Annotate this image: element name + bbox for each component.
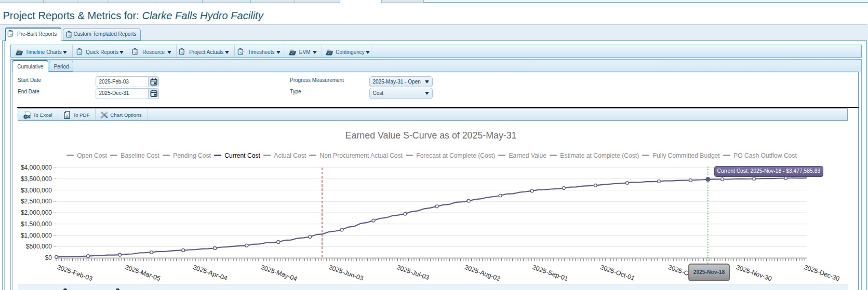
svg-text:2025-Oct-01: 2025-Oct-01	[599, 264, 636, 282]
svg-text:2025-Aug-02: 2025-Aug-02	[463, 264, 501, 283]
svg-text:$2,000,000: $2,000,000	[21, 209, 52, 216]
svg-text:2025-Mar-05: 2025-Mar-05	[124, 264, 162, 282]
svg-text:2025-Feb-03: 2025-Feb-03	[56, 264, 94, 282]
svg-text:2025-Nov-30: 2025-Nov-30	[735, 264, 772, 283]
svg-text:PDF: PDF	[65, 116, 70, 118]
svg-text:Earned Value S-Curve as of 202: Earned Value S-Curve as of 2025-May-31	[345, 130, 517, 141]
svg-text:2025-Apr-04: 2025-Apr-04	[192, 264, 229, 282]
svg-text:2025-Sep-01: 2025-Sep-01	[531, 264, 569, 283]
svg-text:$3,000,000: $3,000,000	[21, 187, 52, 194]
svg-text:$1,500,000: $1,500,000	[21, 220, 52, 228]
svg-text:2025-May-04: 2025-May-04	[260, 264, 298, 283]
svg-text:$0: $0	[45, 254, 52, 261]
svg-text:2025-Jul-03: 2025-Jul-03	[396, 264, 431, 282]
svg-text:$3,500,000: $3,500,000	[21, 175, 52, 183]
svg-text:$4,000,000: $4,000,000	[21, 164, 52, 171]
svg-text:$500,000: $500,000	[26, 243, 52, 250]
svg-text:2025-Jun-03: 2025-Jun-03	[328, 264, 364, 282]
svg-text:$2,500,000: $2,500,000	[21, 198, 52, 205]
svg-text:$1,000,000: $1,000,000	[21, 232, 52, 239]
svg-text:2025-Dec-30: 2025-Dec-30	[803, 264, 840, 283]
